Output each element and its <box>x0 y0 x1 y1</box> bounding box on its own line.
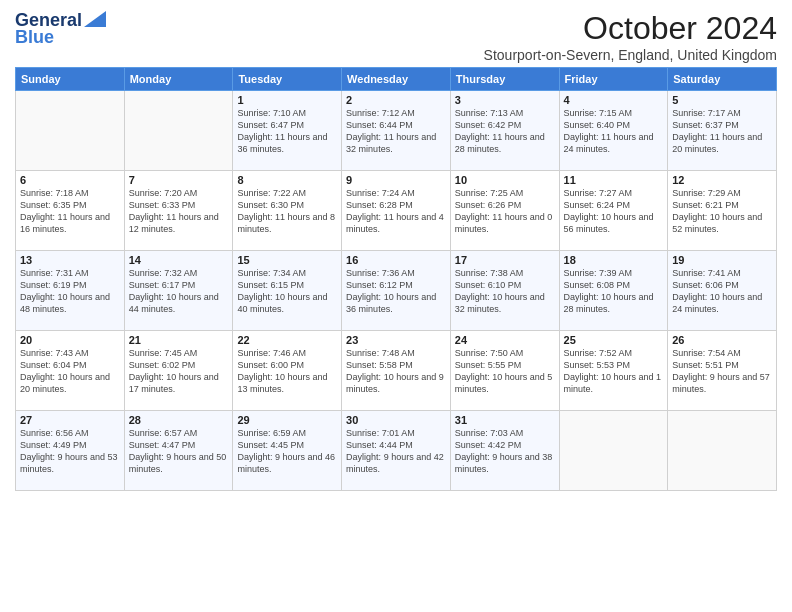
header: General Blue October 2024 Stourport-on-S… <box>15 10 777 63</box>
day-info: Sunrise: 7:22 AMSunset: 6:30 PMDaylight:… <box>237 187 337 236</box>
location: Stourport-on-Severn, England, United Kin… <box>484 47 777 63</box>
calendar-cell <box>16 91 125 171</box>
day-number: 29 <box>237 414 337 426</box>
day-number: 14 <box>129 254 229 266</box>
calendar-cell: 16Sunrise: 7:36 AMSunset: 6:12 PMDayligh… <box>342 251 451 331</box>
header-saturday: Saturday <box>668 68 777 91</box>
header-sunday: Sunday <box>16 68 125 91</box>
day-number: 20 <box>20 334 120 346</box>
day-number: 16 <box>346 254 446 266</box>
calendar-cell: 20Sunrise: 7:43 AMSunset: 6:04 PMDayligh… <box>16 331 125 411</box>
calendar-cell: 25Sunrise: 7:52 AMSunset: 5:53 PMDayligh… <box>559 331 668 411</box>
day-info: Sunrise: 7:46 AMSunset: 6:00 PMDaylight:… <box>237 347 337 396</box>
day-info: Sunrise: 7:17 AMSunset: 6:37 PMDaylight:… <box>672 107 772 156</box>
day-info: Sunrise: 7:03 AMSunset: 4:42 PMDaylight:… <box>455 427 555 476</box>
day-number: 27 <box>20 414 120 426</box>
calendar-cell: 18Sunrise: 7:39 AMSunset: 6:08 PMDayligh… <box>559 251 668 331</box>
day-number: 3 <box>455 94 555 106</box>
day-info: Sunrise: 7:10 AMSunset: 6:47 PMDaylight:… <box>237 107 337 156</box>
day-number: 11 <box>564 174 664 186</box>
day-info: Sunrise: 7:39 AMSunset: 6:08 PMDaylight:… <box>564 267 664 316</box>
day-number: 19 <box>672 254 772 266</box>
svg-marker-0 <box>84 11 106 27</box>
calendar-cell: 6Sunrise: 7:18 AMSunset: 6:35 PMDaylight… <box>16 171 125 251</box>
day-info: Sunrise: 7:01 AMSunset: 4:44 PMDaylight:… <box>346 427 446 476</box>
calendar-cell: 21Sunrise: 7:45 AMSunset: 6:02 PMDayligh… <box>124 331 233 411</box>
calendar-cell: 30Sunrise: 7:01 AMSunset: 4:44 PMDayligh… <box>342 411 451 491</box>
calendar-cell <box>668 411 777 491</box>
header-wednesday: Wednesday <box>342 68 451 91</box>
calendar-cell: 12Sunrise: 7:29 AMSunset: 6:21 PMDayligh… <box>668 171 777 251</box>
day-number: 22 <box>237 334 337 346</box>
day-info: Sunrise: 7:50 AMSunset: 5:55 PMDaylight:… <box>455 347 555 396</box>
calendar-week-1: 1Sunrise: 7:10 AMSunset: 6:47 PMDaylight… <box>16 91 777 171</box>
calendar-week-5: 27Sunrise: 6:56 AMSunset: 4:49 PMDayligh… <box>16 411 777 491</box>
day-number: 5 <box>672 94 772 106</box>
calendar-week-3: 13Sunrise: 7:31 AMSunset: 6:19 PMDayligh… <box>16 251 777 331</box>
day-number: 31 <box>455 414 555 426</box>
day-number: 15 <box>237 254 337 266</box>
day-info: Sunrise: 7:32 AMSunset: 6:17 PMDaylight:… <box>129 267 229 316</box>
day-info: Sunrise: 7:13 AMSunset: 6:42 PMDaylight:… <box>455 107 555 156</box>
day-info: Sunrise: 7:48 AMSunset: 5:58 PMDaylight:… <box>346 347 446 396</box>
day-number: 4 <box>564 94 664 106</box>
calendar-cell: 11Sunrise: 7:27 AMSunset: 6:24 PMDayligh… <box>559 171 668 251</box>
calendar-cell <box>559 411 668 491</box>
calendar-cell: 29Sunrise: 6:59 AMSunset: 4:45 PMDayligh… <box>233 411 342 491</box>
calendar-header-row: Sunday Monday Tuesday Wednesday Thursday… <box>16 68 777 91</box>
day-info: Sunrise: 7:12 AMSunset: 6:44 PMDaylight:… <box>346 107 446 156</box>
calendar-week-4: 20Sunrise: 7:43 AMSunset: 6:04 PMDayligh… <box>16 331 777 411</box>
header-tuesday: Tuesday <box>233 68 342 91</box>
header-monday: Monday <box>124 68 233 91</box>
day-number: 25 <box>564 334 664 346</box>
day-info: Sunrise: 6:59 AMSunset: 4:45 PMDaylight:… <box>237 427 337 476</box>
page: General Blue October 2024 Stourport-on-S… <box>0 0 792 612</box>
day-number: 1 <box>237 94 337 106</box>
header-friday: Friday <box>559 68 668 91</box>
calendar-cell: 8Sunrise: 7:22 AMSunset: 6:30 PMDaylight… <box>233 171 342 251</box>
calendar: Sunday Monday Tuesday Wednesday Thursday… <box>15 67 777 491</box>
calendar-cell <box>124 91 233 171</box>
calendar-cell: 14Sunrise: 7:32 AMSunset: 6:17 PMDayligh… <box>124 251 233 331</box>
day-number: 18 <box>564 254 664 266</box>
day-number: 6 <box>20 174 120 186</box>
logo: General Blue <box>15 10 106 48</box>
day-number: 26 <box>672 334 772 346</box>
header-thursday: Thursday <box>450 68 559 91</box>
day-number: 10 <box>455 174 555 186</box>
day-number: 21 <box>129 334 229 346</box>
day-info: Sunrise: 7:25 AMSunset: 6:26 PMDaylight:… <box>455 187 555 236</box>
day-info: Sunrise: 7:15 AMSunset: 6:40 PMDaylight:… <box>564 107 664 156</box>
day-number: 2 <box>346 94 446 106</box>
day-number: 8 <box>237 174 337 186</box>
day-info: Sunrise: 7:31 AMSunset: 6:19 PMDaylight:… <box>20 267 120 316</box>
day-info: Sunrise: 7:18 AMSunset: 6:35 PMDaylight:… <box>20 187 120 236</box>
calendar-cell: 23Sunrise: 7:48 AMSunset: 5:58 PMDayligh… <box>342 331 451 411</box>
day-info: Sunrise: 6:56 AMSunset: 4:49 PMDaylight:… <box>20 427 120 476</box>
day-info: Sunrise: 7:27 AMSunset: 6:24 PMDaylight:… <box>564 187 664 236</box>
day-number: 7 <box>129 174 229 186</box>
day-number: 30 <box>346 414 446 426</box>
calendar-cell: 10Sunrise: 7:25 AMSunset: 6:26 PMDayligh… <box>450 171 559 251</box>
day-info: Sunrise: 7:34 AMSunset: 6:15 PMDaylight:… <box>237 267 337 316</box>
calendar-cell: 13Sunrise: 7:31 AMSunset: 6:19 PMDayligh… <box>16 251 125 331</box>
logo-text-blue: Blue <box>15 27 54 48</box>
calendar-cell: 17Sunrise: 7:38 AMSunset: 6:10 PMDayligh… <box>450 251 559 331</box>
calendar-cell: 31Sunrise: 7:03 AMSunset: 4:42 PMDayligh… <box>450 411 559 491</box>
calendar-cell: 7Sunrise: 7:20 AMSunset: 6:33 PMDaylight… <box>124 171 233 251</box>
calendar-cell: 1Sunrise: 7:10 AMSunset: 6:47 PMDaylight… <box>233 91 342 171</box>
calendar-cell: 3Sunrise: 7:13 AMSunset: 6:42 PMDaylight… <box>450 91 559 171</box>
calendar-cell: 9Sunrise: 7:24 AMSunset: 6:28 PMDaylight… <box>342 171 451 251</box>
calendar-cell: 4Sunrise: 7:15 AMSunset: 6:40 PMDaylight… <box>559 91 668 171</box>
day-info: Sunrise: 7:20 AMSunset: 6:33 PMDaylight:… <box>129 187 229 236</box>
day-info: Sunrise: 7:54 AMSunset: 5:51 PMDaylight:… <box>672 347 772 396</box>
day-number: 23 <box>346 334 446 346</box>
calendar-cell: 5Sunrise: 7:17 AMSunset: 6:37 PMDaylight… <box>668 91 777 171</box>
day-info: Sunrise: 7:36 AMSunset: 6:12 PMDaylight:… <box>346 267 446 316</box>
day-number: 9 <box>346 174 446 186</box>
day-info: Sunrise: 7:38 AMSunset: 6:10 PMDaylight:… <box>455 267 555 316</box>
calendar-cell: 2Sunrise: 7:12 AMSunset: 6:44 PMDaylight… <box>342 91 451 171</box>
day-number: 24 <box>455 334 555 346</box>
logo-icon <box>84 11 106 27</box>
day-info: Sunrise: 7:52 AMSunset: 5:53 PMDaylight:… <box>564 347 664 396</box>
